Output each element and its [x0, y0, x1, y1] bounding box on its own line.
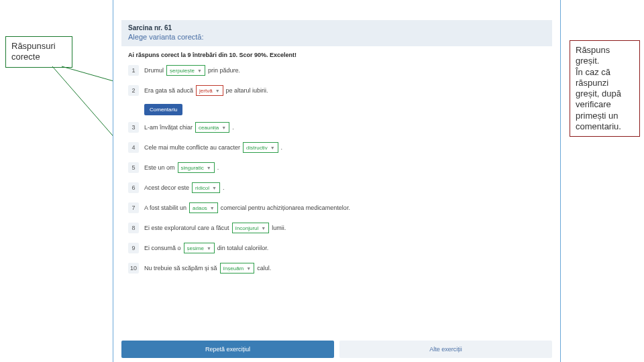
answer-value: ceaunița — [199, 125, 219, 131]
callout-correct: Răspunsuri corecte — [5, 36, 72, 68]
question-post: din totalul caloriilor. — [217, 245, 269, 251]
callout-wrong: Răspuns greșit. În caz că răspunzi greși… — [570, 40, 640, 137]
question-post: prin pădure. — [208, 67, 240, 74]
answer-dropdown[interactable]: adaos▼ — [189, 202, 218, 213]
chevron-down-icon: ▼ — [246, 266, 251, 271]
question-post: . — [281, 144, 283, 151]
question-pre: A fost stabilit un — [144, 204, 186, 211]
answer-value: distructiv — [246, 145, 268, 151]
question-number: 1 — [128, 65, 139, 76]
answer-dropdown[interactable]: șerpuiește▼ — [166, 65, 205, 76]
question-text: Era gata să aducăjertvă▼pe altarul iubir… — [144, 85, 268, 96]
question-number: 9 — [128, 243, 139, 253]
question-text: Cele mai multe conflicte au caracterdist… — [144, 142, 282, 153]
answer-dropdown[interactable]: ceaunița▼ — [195, 122, 229, 133]
answer-dropdown[interactable]: șesime▼ — [184, 243, 215, 253]
svg-line-0 — [62, 66, 121, 83]
chevron-down-icon: ▼ — [270, 145, 275, 150]
question-pre: Drumul — [144, 67, 164, 74]
task-number: Sarcina nr. 61 — [128, 24, 545, 32]
question-text: Acest decor esteridicol▼. — [144, 182, 224, 193]
svg-line-1 — [52, 66, 121, 145]
question-pre: Era gata să aducă — [144, 87, 193, 94]
question-number: 7 — [128, 202, 139, 213]
question-post: . — [232, 124, 234, 131]
question-row: 5Este un omsinguratic▼. — [128, 162, 545, 173]
question-pre: L-am învățat chiar — [144, 124, 193, 131]
answer-dropdown[interactable]: înconjurul▼ — [232, 223, 270, 233]
chevron-down-icon: ▼ — [261, 226, 266, 231]
question-pre: Nu trebuie să scăpăm și să — [144, 265, 217, 272]
question-row: 2Era gata să aducăjertvă▼pe altarul iubi… — [128, 85, 545, 96]
question-row: 3L-am învățat chiarceaunița▼. — [128, 122, 545, 133]
question-row: 9Ei consumă oșesime▼din totalul caloriil… — [128, 243, 545, 253]
answer-value: ridicol — [195, 185, 209, 191]
question-post: comercial pentru achiziționarea medicame… — [221, 204, 350, 211]
question-row: 7A fost stabilit unadaos▼comercial pentr… — [128, 202, 545, 213]
question-pre: Ei consumă o — [144, 245, 181, 251]
question-text: A fost stabilit unadaos▼comercial pentru… — [144, 202, 350, 213]
question-number: 2 — [128, 85, 139, 96]
answer-dropdown[interactable]: ridicol▼ — [192, 182, 220, 193]
repeat-button[interactable]: Repetă exercițiul — [121, 341, 334, 358]
answer-dropdown[interactable]: singuratic▼ — [178, 162, 215, 173]
question-pre: Este un om — [144, 164, 175, 171]
answer-value: șesime — [187, 245, 204, 251]
answer-value: înșeuăm — [223, 265, 244, 272]
question-row: 8Ei este exploratorul care a făcutînconj… — [128, 223, 545, 233]
question-number: 5 — [128, 162, 139, 173]
comment-button[interactable]: Comentariu — [144, 104, 182, 115]
callout-correct-text: Răspunsuri corecte — [11, 41, 56, 62]
question-pre: Cele mai multe conflicte au caracter — [144, 144, 240, 151]
chevron-down-icon: ▼ — [212, 186, 217, 190]
question-row: 4Cele mai multe conflicte au caracterdis… — [128, 142, 545, 153]
footer-buttons: Repetă exercițiul Alte exerciții — [121, 341, 552, 358]
answer-value: jertvă — [199, 88, 213, 94]
question-row: 1Drumulșerpuiește▼prin pădure. — [128, 65, 545, 76]
question-number: 4 — [128, 142, 139, 153]
question-pre: Ei este exploratorul care a făcut — [144, 225, 229, 231]
chevron-down-icon: ▼ — [207, 166, 211, 170]
score-line: Ai răspuns corect la 9 întrebări din 10.… — [128, 52, 545, 58]
answer-dropdown[interactable]: distructiv▼ — [243, 142, 278, 153]
answer-dropdown[interactable]: înșeuăm▼ — [220, 263, 255, 274]
question-text: Ei este exploratorul care a făcutînconju… — [144, 223, 286, 233]
question-text: L-am învățat chiarceaunița▼. — [144, 122, 234, 133]
chevron-down-icon: ▼ — [221, 125, 226, 130]
question-text: Este un omsinguratic▼. — [144, 162, 219, 173]
callout-wrong-text: Răspuns greșit. În caz că răspunzi greși… — [576, 45, 621, 131]
answer-dropdown[interactable]: jertvă▼ — [196, 85, 223, 96]
chevron-down-icon: ▼ — [197, 68, 202, 73]
question-number: 10 — [128, 263, 139, 274]
question-row: 10Nu trebuie să scăpăm și săînșeuăm▼calu… — [128, 263, 545, 274]
answer-value: șerpuiește — [170, 68, 195, 74]
question-post: pe altarul iubirii. — [226, 87, 268, 94]
answer-value: înconjurul — [235, 225, 259, 231]
question-post: . — [217, 164, 219, 171]
questions-list: 1Drumulșerpuiește▼prin pădure.2Era gata … — [113, 65, 560, 274]
answer-value: singuratic — [181, 165, 204, 171]
task-header: Sarcina nr. 61 Alege varianta corectă: — [121, 20, 552, 46]
question-post: calul. — [257, 265, 271, 272]
question-row: 6Acest decor esteridicol▼. — [128, 182, 545, 193]
question-post: lumii. — [272, 225, 286, 231]
chevron-down-icon: ▼ — [210, 206, 215, 210]
question-pre: Acest decor este — [144, 184, 189, 191]
other-exercises-button[interactable]: Alte exerciții — [339, 341, 552, 358]
chevron-down-icon: ▼ — [215, 88, 220, 93]
question-number: 3 — [128, 122, 139, 133]
question-number: 6 — [128, 182, 139, 193]
question-post: . — [223, 184, 225, 191]
answer-value: adaos — [193, 205, 207, 211]
task-title: Alege varianta corectă: — [128, 33, 545, 41]
question-number: 8 — [128, 223, 139, 233]
chevron-down-icon: ▼ — [207, 246, 211, 251]
exercise-panel: Sarcina nr. 61 Alege varianta corectă: A… — [113, 0, 561, 362]
question-text: Ei consumă oșesime▼din totalul caloriilo… — [144, 243, 268, 253]
question-text: Drumulșerpuiește▼prin pădure. — [144, 65, 240, 76]
question-text: Nu trebuie să scăpăm și săînșeuăm▼calul. — [144, 263, 271, 274]
